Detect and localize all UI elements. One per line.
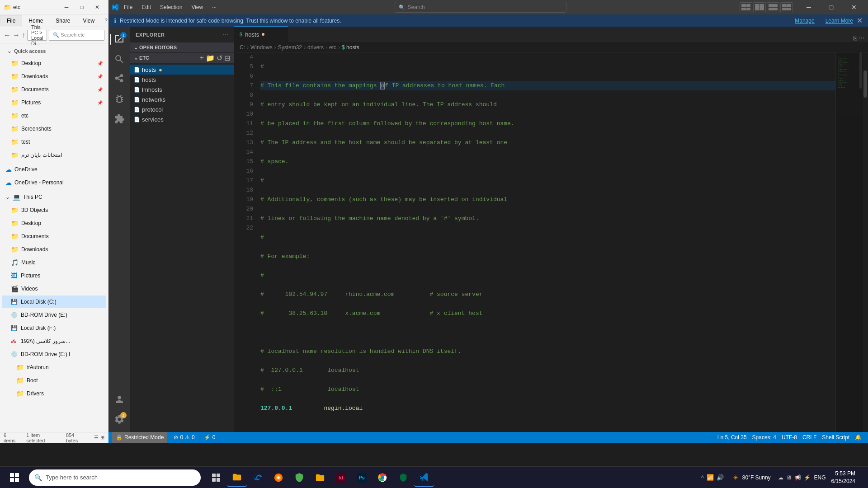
activity-debug[interactable] <box>110 90 128 108</box>
file-item-networks[interactable]: 📄 networks <box>130 94 234 104</box>
refresh-icon[interactable]: ↺ <box>217 54 222 62</box>
menu-more[interactable]: ··· <box>208 2 221 12</box>
status-eol[interactable]: CRLF <box>800 432 819 443</box>
show-desktop-btn[interactable] <box>861 469 864 487</box>
activity-explorer[interactable]: 1 <box>110 30 128 48</box>
code-editor-area[interactable]: 4 5 6 7 8 9 10 11 12 13 14 15 16 17 18 1… <box>234 52 868 432</box>
explorer-btn-2[interactable] <box>310 469 330 487</box>
onedrive-tray-icon[interactable]: ☁ <box>778 474 783 481</box>
split-editor-icon[interactable]: ⎘ <box>853 34 857 42</box>
up-btn[interactable]: ↑ <box>22 31 25 39</box>
nav-item-autorun[interactable]: 📁 #Autorun <box>2 361 106 374</box>
status-spaces[interactable]: Spaces: 4 <box>750 432 779 443</box>
tray-time[interactable]: 5:53 PM 6/15/2024 <box>828 468 859 487</box>
nav-item-downloads-quick[interactable]: 📁 Downloads 📌 <box>2 70 106 83</box>
security-btn[interactable] <box>289 469 309 487</box>
kaspersky-btn[interactable] <box>393 469 413 487</box>
nav-item-3dobjects[interactable]: 📁 3D Objects <box>2 204 106 216</box>
nav-item-test[interactable]: 📁 test <box>2 136 106 148</box>
status-bell[interactable]: 🔔 <box>852 432 864 443</box>
banner-close-btn[interactable]: ✕ <box>857 16 863 25</box>
start-button[interactable] <box>4 469 25 487</box>
nav-item-localdisk-c[interactable]: 💾 Local Disk (C:) <box>2 296 106 308</box>
nav-item-desktop[interactable]: 📁 Desktop 📌 <box>2 57 106 70</box>
nav-item-boot[interactable]: 📁 Boot <box>2 374 106 387</box>
network-icon[interactable]: 📶 <box>707 474 714 481</box>
manage-link[interactable]: Manage <box>795 18 814 24</box>
maximize-btn[interactable]: □ <box>821 0 842 14</box>
menu-selection[interactable]: Selection <box>156 2 187 12</box>
nav-item-documents-thispc[interactable]: 📁 Documents <box>2 230 106 243</box>
indesign-btn[interactable]: Id <box>331 469 351 487</box>
network-tray-icon[interactable]: 🖥 <box>786 474 792 481</box>
battery-tray-icon[interactable]: ⚡ <box>804 474 811 481</box>
collapse-icon[interactable]: ⊟ <box>224 54 230 62</box>
nav-item-downloads-thispc[interactable]: 📁 Downloads <box>2 243 106 256</box>
file-item-hosts[interactable]: 📄 hosts <box>130 75 234 84</box>
address-bar[interactable]: This PC > Local Di... <box>27 30 47 41</box>
nav-item-drivers[interactable]: 📁 Drivers <box>2 387 106 400</box>
activity-search[interactable] <box>110 50 128 68</box>
status-info[interactable]: ⚡ 0 <box>201 432 218 443</box>
activity-account[interactable] <box>110 390 128 408</box>
tab-share[interactable]: Share <box>49 16 76 26</box>
nav-item-bdrom-e[interactable]: 💿 BD-ROM Drive (E:) <box>2 309 106 321</box>
taskbar-search[interactable]: 🔍 Type here to search <box>29 469 201 486</box>
view-list-icon[interactable]: ☰ <box>94 435 99 441</box>
restricted-mode-status[interactable]: 🔒 Restricted Mode <box>112 432 167 443</box>
back-btn[interactable]: ← <box>4 31 11 39</box>
learn-more-link[interactable]: Learn More <box>826 18 853 24</box>
firefox-btn[interactable] <box>269 469 288 487</box>
status-cursor[interactable]: Ln 5, Col 35 <box>715 432 750 443</box>
menu-file[interactable]: File <box>119 2 137 12</box>
minimize-btn[interactable]: ─ <box>798 0 819 14</box>
nav-item-bdrom-e2[interactable]: 💿 BD-ROM Drive (E:) I <box>2 348 106 361</box>
vscode-taskbar-btn[interactable] <box>414 469 434 487</box>
layout-icon-4[interactable] <box>780 2 793 12</box>
tray-arrow[interactable]: ^ <box>701 474 704 481</box>
nav-item-pictures[interactable]: 📁 Pictures 📌 <box>2 96 106 109</box>
menu-edit[interactable]: Edit <box>137 2 156 12</box>
close-btn[interactable]: ✕ <box>844 0 864 14</box>
volume-icon[interactable]: 🔊 <box>717 474 724 481</box>
status-encoding[interactable]: UTF-8 <box>779 432 800 443</box>
nav-item-thispc-header[interactable]: ⌄ 💻 This PC <box>2 191 106 203</box>
activity-settings[interactable]: 1 <box>110 410 128 428</box>
forward-btn[interactable]: → <box>13 31 20 39</box>
nav-item-onedrive[interactable]: ☁ OneDrive <box>2 163 106 176</box>
nav-item-persian[interactable]: 📁 امتحانات پایان ترم <box>2 149 106 161</box>
status-errors[interactable]: ⊘ 0 ⚠ 0 <box>171 432 197 443</box>
menu-view[interactable]: View <box>187 2 208 12</box>
file-explorer-taskbar-btn[interactable] <box>227 469 247 487</box>
nav-item-screenshots[interactable]: 📁 Screenshots <box>2 122 106 135</box>
explorer-maximize-btn[interactable]: □ <box>75 2 89 13</box>
view-grid-icon[interactable]: ⊞ <box>100 435 104 441</box>
nav-item-documents[interactable]: 📁 Documents 📌 <box>2 83 106 96</box>
more-tabs-icon[interactable]: ··· <box>859 34 864 42</box>
scrollbar-thumb[interactable] <box>863 70 867 98</box>
nav-item-localdisk-f[interactable]: 💾 Local Disk (F:) <box>2 322 106 334</box>
nav-item-etc[interactable]: 📁 etc <box>2 109 106 122</box>
new-file-icon[interactable]: + <box>200 54 204 62</box>
activity-extensions[interactable] <box>110 110 128 128</box>
search-box[interactable]: 🔍 Search etc <box>49 30 104 41</box>
tab-file[interactable]: File <box>0 15 22 26</box>
language-indicator[interactable]: ENG <box>814 474 826 481</box>
explorer-close-btn[interactable]: ✕ <box>90 2 104 13</box>
new-folder-icon[interactable]: 📁 <box>206 54 215 62</box>
file-item-services[interactable]: 📄 services <box>130 114 234 124</box>
explorer-minimize-btn[interactable]: ─ <box>59 2 74 13</box>
nav-item-pictures-thispc[interactable]: 🖼 Pictures <box>2 269 106 282</box>
nav-item-desktop-thispc[interactable]: 📁 Desktop <box>2 217 106 230</box>
edge-btn[interactable] <box>248 469 268 487</box>
nav-item-music[interactable]: 🎵 Music <box>2 256 106 269</box>
vscode-search-bar[interactable]: 🔍 Search <box>395 2 566 13</box>
editor-tab-hosts[interactable]: $ hosts <box>234 26 288 42</box>
status-language[interactable]: Shell Script <box>819 432 852 443</box>
layout-icon-1[interactable] <box>740 2 752 12</box>
nav-item-onedrive-personal[interactable]: ☁ OneDrive - Personal <box>2 176 106 189</box>
taskview-btn[interactable] <box>206 469 226 487</box>
speaker-tray-icon[interactable]: 📢 <box>794 474 801 481</box>
nav-item-network-drive[interactable]: 🖧 سرور کلاسی (\\192... <box>2 335 106 347</box>
file-item-lmhosts[interactable]: 📄 lmhosts <box>130 84 234 94</box>
